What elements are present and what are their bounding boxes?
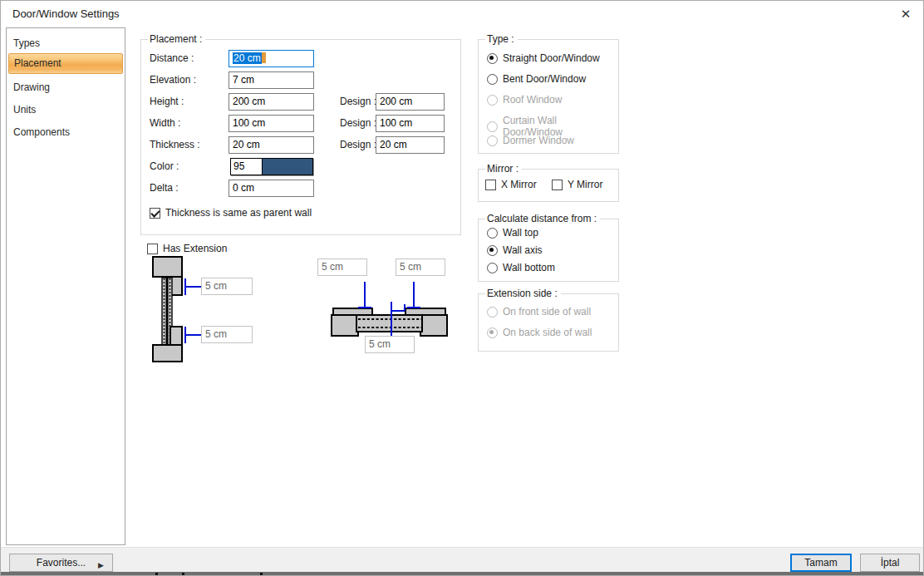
radio-wall-bottom[interactable]: Wall bottom — [487, 262, 555, 273]
footer-bar: Favorites... ▶ Tamam İptal — [1, 547, 924, 572]
sidebar-item-components[interactable]: Components — [8, 124, 123, 141]
radio-wall-top[interactable]: Wall top — [487, 227, 538, 239]
extension-plan-left-input: 5 cm — [317, 258, 367, 276]
elevation-input[interactable]: 7 cm — [229, 71, 314, 89]
height-label: Height : — [150, 93, 184, 111]
mirror-group: Mirror : X Mirror Y Mirror — [478, 169, 619, 202]
radio-label: Dormer Window — [503, 135, 574, 146]
color-swatch — [263, 159, 312, 175]
extension-plan-right-input: 5 cm — [396, 258, 445, 276]
radio-label: Wall axis — [503, 244, 543, 256]
has-extension-row[interactable]: Has Extension — [147, 243, 227, 254]
radio-icon — [487, 95, 498, 106]
extension-side-group-label: Extension side : — [485, 288, 561, 299]
radio-roof-window: Roof Window — [487, 94, 562, 106]
radio-icon[interactable] — [487, 245, 498, 256]
thickness-input[interactable]: 20 cm — [229, 136, 314, 154]
background-artifact — [260, 573, 263, 576]
sidebar-item-placement[interactable]: Placement — [8, 53, 123, 74]
width-label: Width : — [150, 115, 180, 132]
height-design-input[interactable]: 200 cm — [376, 93, 445, 111]
sidebar-item-drawing[interactable]: Drawing — [8, 79, 123, 96]
thickness-design-input[interactable]: 20 cm — [376, 136, 445, 154]
color-label: Color : — [150, 158, 179, 175]
ok-button[interactable]: Tamam — [790, 554, 852, 572]
y-mirror-label: Y Mirror — [568, 179, 602, 190]
distance-input[interactable]: 20 cm — [229, 50, 314, 67]
radio-back-side-of-wall: On back side of wall — [487, 327, 592, 338]
width-design-label: Design : — [340, 115, 376, 132]
delta-input[interactable]: 0 cm — [229, 180, 314, 197]
cancel-button[interactable]: İptal — [860, 554, 920, 572]
color-number: 95 — [231, 159, 263, 175]
x-mirror-row[interactable]: X Mirror — [485, 179, 537, 190]
radio-icon — [487, 121, 498, 132]
color-picker[interactable]: 95 — [230, 158, 313, 175]
radio-straight-door-window[interactable]: Straight Door/Window — [487, 52, 600, 64]
thickness-same-as-wall-checkbox[interactable] — [150, 208, 160, 219]
radio-bent-door-window[interactable]: Bent Door/Window — [487, 73, 586, 85]
radio-front-side-of-wall: On front side of wall — [487, 306, 591, 318]
has-extension-checkbox[interactable] — [147, 244, 158, 254]
radio-label: Bent Door/Window — [503, 73, 586, 85]
radio-icon — [487, 327, 498, 338]
placement-group-label: Placement : — [148, 33, 205, 45]
thickness-same-as-wall-row[interactable]: Thickness is same as parent wall — [150, 207, 312, 219]
sidebar-item-units[interactable]: Units — [8, 101, 123, 119]
y-mirror-checkbox[interactable] — [552, 180, 563, 190]
calc-distance-group-label: Calculate distance from : — [485, 213, 600, 224]
height-input[interactable]: 200 cm — [229, 93, 314, 111]
favorites-button-label: Favorites... — [37, 557, 86, 569]
extension-side-group: Extension side : On front side of wall O… — [478, 293, 619, 352]
wall-section-vertical-diagram — [149, 254, 261, 364]
radio-icon — [487, 135, 498, 146]
door-window-settings-dialog: Door/Window Settings ✕ Types Placement D… — [0, 0, 924, 576]
radio-dormer-window: Dormer Window — [487, 135, 574, 146]
delta-label: Delta : — [150, 180, 179, 197]
thickness-label: Thickness : — [150, 136, 200, 154]
height-design-label: Design : — [340, 93, 376, 111]
dialog-title: Door/Window Settings — [12, 7, 120, 20]
thickness-same-as-wall-label: Thickness is same as parent wall — [165, 207, 312, 219]
x-mirror-checkbox[interactable] — [485, 180, 496, 190]
width-design-input[interactable]: 100 cm — [376, 115, 445, 132]
dimension-lines — [185, 278, 201, 343]
radio-label: Roof Window — [503, 94, 562, 106]
radio-label: Straight Door/Window — [503, 52, 600, 64]
y-mirror-row[interactable]: Y Mirror — [552, 179, 602, 190]
extension-vertical-top-input: 5 cm — [201, 278, 253, 295]
extension-vertical-bottom-input: 5 cm — [201, 326, 253, 343]
sidebar: Types Placement Drawing Units Components — [6, 27, 125, 545]
elevation-label: Elevation : — [150, 71, 196, 89]
width-input[interactable]: 100 cm — [229, 115, 314, 132]
radio-icon[interactable] — [487, 53, 498, 64]
distance-label: Distance : — [150, 50, 194, 67]
distance-selected-text: 20 cm — [233, 52, 262, 64]
radio-wall-axis[interactable]: Wall axis — [487, 244, 543, 256]
extension-plan-bottom-input: 5 cm — [365, 336, 415, 353]
radio-icon[interactable] — [487, 263, 498, 273]
sidebar-item-types[interactable]: Types — [8, 35, 123, 52]
mirror-group-label: Mirror : — [485, 163, 522, 175]
radio-label: Wall bottom — [503, 262, 555, 273]
type-group-label: Type : — [485, 33, 518, 45]
radio-label: On front side of wall — [503, 306, 591, 318]
radio-icon — [487, 307, 498, 318]
thickness-design-label: Design : — [340, 136, 376, 154]
radio-icon[interactable] — [487, 228, 498, 239]
x-mirror-label: X Mirror — [501, 179, 537, 190]
close-icon[interactable]: ✕ — [895, 4, 917, 24]
type-group: Type : Straight Door/Window Bent Door/Wi… — [478, 39, 619, 154]
calc-distance-group: Calculate distance from : Wall top Wall … — [478, 219, 619, 282]
radio-icon[interactable] — [487, 74, 498, 85]
background-artifact — [182, 573, 184, 576]
favorites-button[interactable]: Favorites... ▶ — [9, 554, 113, 572]
placement-group: Placement : Distance : 20 cm Elevation :… — [140, 39, 461, 235]
text-caret — [262, 52, 266, 63]
radio-label: On back side of wall — [503, 327, 592, 338]
radio-label: Wall top — [503, 227, 538, 239]
chevron-right-icon: ▶ — [98, 557, 104, 574]
has-extension-label: Has Extension — [163, 243, 227, 254]
title-bar: Door/Window Settings ✕ — [1, 1, 923, 27]
background-artifact — [155, 573, 158, 576]
